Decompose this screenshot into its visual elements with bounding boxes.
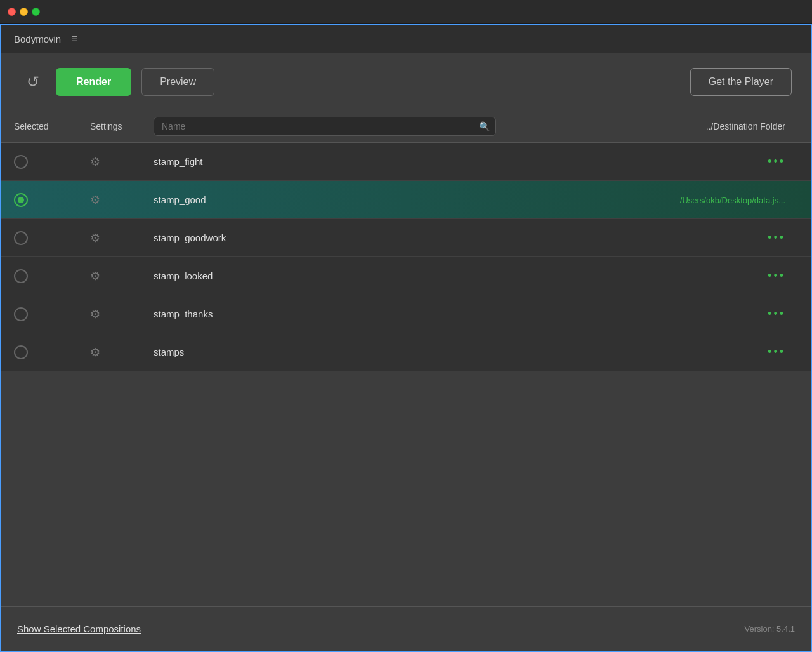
row-selected-col: [14, 155, 90, 169]
row-settings-col: ⚙: [90, 193, 154, 207]
title-bar: [0, 0, 812, 24]
minimize-button[interactable]: [20, 8, 28, 16]
refresh-icon: ↺: [27, 73, 39, 91]
dots-menu[interactable]: •••: [768, 345, 785, 358]
traffic-lights: [8, 8, 40, 16]
row-dest: •••: [633, 269, 798, 283]
row-settings-col: ⚙: [90, 269, 154, 283]
gear-icon[interactable]: ⚙: [90, 155, 100, 169]
footer: Show Selected Compositions Version: 5.4.…: [1, 606, 811, 651]
search-input[interactable]: [154, 117, 496, 136]
row-dest: •••: [633, 231, 798, 244]
col-header-name: 🔍: [154, 117, 633, 136]
hamburger-icon[interactable]: ≡: [71, 32, 78, 46]
col-header-settings: Settings: [90, 121, 154, 131]
row-selected-col: [14, 345, 90, 359]
refresh-button[interactable]: ↺: [20, 69, 46, 95]
dest-path: /Users/okb/Desktop/data.js...: [680, 196, 785, 205]
row-name: stamp_goodwork: [154, 232, 633, 243]
row-name: stamp_good: [154, 194, 633, 205]
table-row: ⚙ stamp_looked •••: [1, 257, 811, 295]
row-selected-col: [14, 269, 90, 283]
gear-icon[interactable]: ⚙: [90, 231, 100, 245]
row-dest: /Users/okb/Desktop/data.js...: [633, 194, 798, 206]
show-selected-button[interactable]: Show Selected Compositions: [17, 623, 141, 634]
get-player-button[interactable]: Get the Player: [690, 68, 792, 96]
radio-button[interactable]: [14, 345, 28, 359]
table-row: ⚙ stamps •••: [1, 333, 811, 371]
radio-button[interactable]: [14, 155, 28, 169]
table-row: ⚙ stamp_thanks •••: [1, 295, 811, 333]
row-name: stamp_thanks: [154, 309, 633, 319]
row-dest: •••: [633, 345, 798, 359]
row-settings-col: ⚙: [90, 231, 154, 245]
preview-button[interactable]: Preview: [141, 68, 214, 96]
gear-icon[interactable]: ⚙: [90, 193, 100, 207]
row-name: stamps: [154, 347, 633, 357]
radio-button[interactable]: [14, 231, 28, 245]
radio-button[interactable]: [14, 269, 28, 283]
row-selected-col: [14, 193, 90, 207]
table-body: ⚙ stamp_fight ••• ⚙ stamp_good /Users/ok…: [1, 143, 811, 606]
render-button[interactable]: Render: [56, 68, 131, 96]
row-settings-col: ⚙: [90, 155, 154, 169]
row-name: stamp_fight: [154, 156, 633, 167]
col-header-dest: ../Destination Folder: [633, 121, 798, 131]
table-row: ⚙ stamp_fight •••: [1, 143, 811, 181]
gear-icon[interactable]: ⚙: [90, 345, 100, 359]
row-dest: •••: [633, 155, 798, 168]
row-name: stamp_looked: [154, 270, 633, 281]
row-selected-col: [14, 307, 90, 321]
row-settings-col: ⚙: [90, 345, 154, 359]
app-window: Bodymovin ≡ ↺ Render Preview Get the Pla…: [0, 24, 812, 652]
dots-menu[interactable]: •••: [768, 155, 785, 168]
table-row: ⚙ stamp_good /Users/okb/Desktop/data.js.…: [1, 181, 811, 219]
close-button[interactable]: [8, 8, 16, 16]
row-dest: •••: [633, 307, 798, 321]
maximize-button[interactable]: [32, 8, 40, 16]
gear-icon[interactable]: ⚙: [90, 307, 100, 321]
app-title: Bodymovin: [14, 34, 61, 44]
toolbar: ↺ Render Preview Get the Player: [1, 53, 811, 110]
menu-bar: Bodymovin ≡: [1, 25, 811, 53]
row-selected-col: [14, 231, 90, 245]
table-header: Selected Settings 🔍 ../Destination Folde…: [1, 110, 811, 143]
radio-button[interactable]: [14, 307, 28, 321]
dots-menu[interactable]: •••: [768, 231, 785, 244]
row-settings-col: ⚙: [90, 307, 154, 321]
col-header-selected: Selected: [14, 121, 90, 131]
table-row: ⚙ stamp_goodwork •••: [1, 219, 811, 257]
search-wrapper: 🔍: [154, 117, 496, 136]
dots-menu[interactable]: •••: [768, 307, 785, 320]
version-label: Version: 5.4.1: [745, 624, 796, 634]
radio-button[interactable]: [14, 193, 28, 207]
gear-icon[interactable]: ⚙: [90, 269, 100, 283]
dots-menu[interactable]: •••: [768, 269, 785, 282]
